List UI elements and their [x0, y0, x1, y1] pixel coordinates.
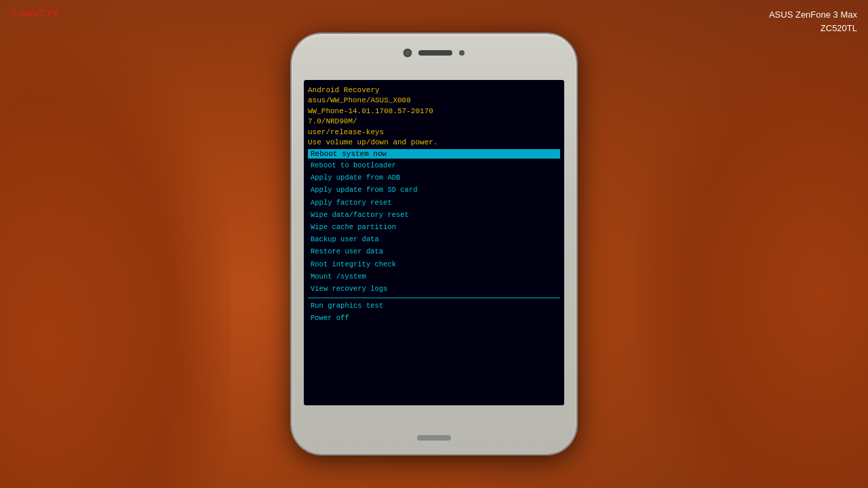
recovery-line1: asus/WW_Phone/ASUS_X008 [308, 96, 560, 106]
screen-bezel: Android Recovery asus/WW_Phone/ASUS_X008… [304, 80, 564, 405]
camera-icon [403, 49, 412, 57]
menu-item[interactable]: Apply update from SD card [308, 184, 560, 197]
recovery-line3: 7.0/NRD90M/ [308, 117, 560, 127]
menu-item-selected[interactable]: Reboot system now [308, 149, 560, 159]
microphone [459, 50, 465, 56]
recovery-line2: WW_Phone-14.01.1708.57-20170 [308, 106, 560, 117]
menu-list: Reboot to bootloader Apply update from A… [308, 159, 560, 325]
recovery-line4: user/release-keys [308, 127, 560, 138]
menu-item[interactable]: Mount /system [308, 270, 560, 283]
device-info: ASUS ZenFone 3 Max ZC520TL [769, 8, 857, 35]
menu-item[interactable]: Wipe data/factory reset [308, 209, 560, 221]
menu-item[interactable]: Run graphics test [308, 300, 560, 312]
recovery-instruction: Use volume up/down and power. [308, 138, 560, 148]
watermark: © ServT TV [11, 8, 58, 18]
recovery-title: Android Recovery [308, 85, 560, 96]
menu-item[interactable]: Restore user data [308, 246, 560, 258]
menu-item[interactable]: Root integrity check [308, 258, 560, 270]
watermark-text: © ServT TV [11, 8, 58, 18]
menu-item[interactable]: Backup user data [308, 234, 560, 246]
speaker [418, 50, 452, 56]
menu-item[interactable]: Apply factory reset [308, 197, 560, 209]
menu-item[interactable]: Power off [308, 312, 560, 325]
menu-item[interactable]: Wipe cache partition [308, 221, 560, 233]
menu-divider [308, 298, 560, 298]
menu-item[interactable]: Apply update from ADB [308, 172, 560, 184]
phone-shell: Android Recovery asus/WW_Phone/ASUS_X008… [292, 34, 576, 454]
recovery-header: Android Recovery asus/WW_Phone/ASUS_X008… [308, 85, 560, 148]
device-name: ASUS ZenFone 3 Max [769, 8, 857, 22]
device-model: ZC520TL [769, 22, 857, 35]
screen-content: Android Recovery asus/WW_Phone/ASUS_X008… [304, 80, 564, 405]
selected-item-label: Reboot system now [311, 150, 387, 158]
home-button[interactable] [417, 435, 451, 441]
menu-item[interactable]: Reboot to bootloader [308, 159, 560, 171]
phone-top-area [403, 49, 465, 57]
menu-item[interactable]: View recovery logs [308, 283, 560, 296]
